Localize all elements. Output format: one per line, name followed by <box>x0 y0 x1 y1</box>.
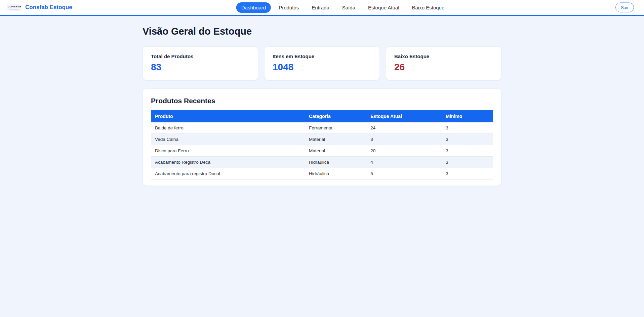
table-row: Balde de ferroFerramenta243 <box>151 122 493 134</box>
brand-title: Consfab Estoque <box>25 4 72 11</box>
main-content: Visão Geral do Estoque Total de Produtos… <box>143 16 501 186</box>
stat-card-baixo-estoque: Baixo Estoque 26 <box>386 46 501 80</box>
cell-produto: Disco para Ferro <box>151 145 305 157</box>
table-header: ProdutoCategoriaEstoque AtualMínimo <box>151 110 493 122</box>
nav-item-produtos[interactable]: Produtos <box>274 2 304 13</box>
stat-label: Itens em Estoque <box>273 53 371 59</box>
column-header: Estoque Atual <box>366 110 442 122</box>
nav-item-baixo-estoque[interactable]: Baixo Estoque <box>407 2 450 13</box>
main-nav: DashboardProdutosEntradaSaídaEstoque Atu… <box>236 2 450 13</box>
cell-produto: Veda Calha <box>151 134 305 145</box>
table-body: Balde de ferroFerramenta243Veda CalhaMat… <box>151 122 493 180</box>
stat-value: 83 <box>151 63 250 72</box>
logout-button[interactable]: Sair <box>615 3 634 12</box>
cell-categoria: Material <box>305 134 366 145</box>
table-row: Acabamento para registro DocolHidráulica… <box>151 168 493 180</box>
cell-minimo: 3 <box>442 122 493 134</box>
page-title: Visão Geral do Estoque <box>143 26 501 37</box>
nav-item-saída[interactable]: Saída <box>337 2 360 13</box>
nav-item-estoque-atual[interactable]: Estoque Atual <box>363 2 404 13</box>
column-header: Categoria <box>305 110 366 122</box>
stat-card-total-produtos: Total de Produtos 83 <box>143 46 258 80</box>
cell-estoque_atual: 24 <box>366 122 442 134</box>
stat-value: 1048 <box>273 63 371 72</box>
cell-minimo: 3 <box>442 157 493 168</box>
cell-estoque_atual: 3 <box>366 134 442 145</box>
cell-categoria: Hidráulica <box>305 157 366 168</box>
stat-label: Baixo Estoque <box>394 53 493 59</box>
recent-products-table: ProdutoCategoriaEstoque AtualMínimo Bald… <box>151 110 493 180</box>
consfab-logo-icon: CONSFAB <box>7 4 22 11</box>
logo-text: CONSFAB <box>7 5 21 8</box>
logo-subtext-line <box>9 9 19 9</box>
cell-categoria: Material <box>305 145 366 157</box>
table-header-row: ProdutoCategoriaEstoque AtualMínimo <box>151 110 493 122</box>
recent-products-panel: Produtos Recentes ProdutoCategoriaEstoqu… <box>143 88 501 186</box>
stat-value: 26 <box>394 63 493 72</box>
nav-item-dashboard[interactable]: Dashboard <box>236 2 271 13</box>
cell-estoque_atual: 5 <box>366 168 442 180</box>
top-navbar: CONSFAB Consfab Estoque DashboardProduto… <box>0 0 644 16</box>
stat-card-itens-estoque: Itens em Estoque 1048 <box>264 46 380 80</box>
table-row: Disco para FerroMaterial203 <box>151 145 493 157</box>
cell-minimo: 3 <box>442 145 493 157</box>
recent-products-title: Produtos Recentes <box>151 97 493 105</box>
column-header: Produto <box>151 110 305 122</box>
cell-estoque_atual: 4 <box>366 157 442 168</box>
cell-produto: Balde de ferro <box>151 122 305 134</box>
stats-row: Total de Produtos 83 Itens em Estoque 10… <box>143 46 501 80</box>
table-row: Acabamento Registro DecaHidráulica43 <box>151 157 493 168</box>
cell-minimo: 3 <box>442 168 493 180</box>
column-header: Mínimo <box>442 110 493 122</box>
table-row: Veda CalhaMaterial33 <box>151 134 493 145</box>
cell-categoria: Hidráulica <box>305 168 366 180</box>
nav-item-entrada[interactable]: Entrada <box>307 2 334 13</box>
stat-label: Total de Produtos <box>151 53 250 59</box>
cell-estoque_atual: 20 <box>366 145 442 157</box>
cell-produto: Acabamento para registro Docol <box>151 168 305 180</box>
brand-link[interactable]: CONSFAB Consfab Estoque <box>7 4 72 11</box>
cell-categoria: Ferramenta <box>305 122 366 134</box>
cell-produto: Acabamento Registro Deca <box>151 157 305 168</box>
cell-minimo: 3 <box>442 134 493 145</box>
